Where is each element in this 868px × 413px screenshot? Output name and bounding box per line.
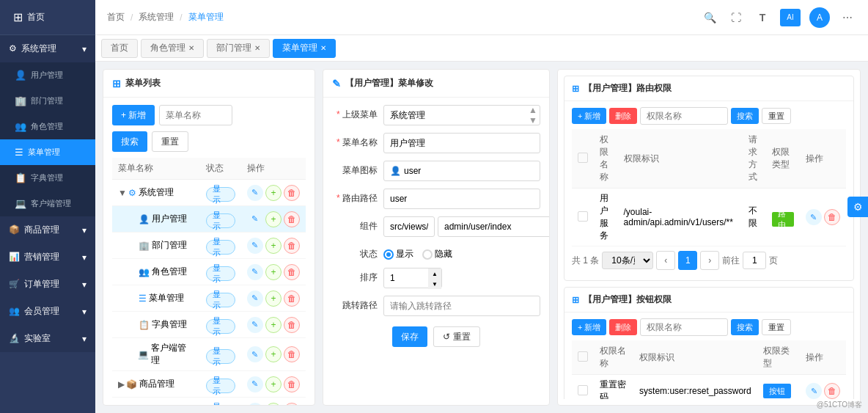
add-child-btn[interactable]: +	[265, 317, 282, 333]
sidebar-group-lab[interactable]: 🔬实验室▾	[0, 325, 95, 352]
add-child-btn[interactable]: +	[265, 403, 282, 406]
route-edit-btn[interactable]: ✎	[806, 209, 822, 225]
route-page-size[interactable]: 10条/页	[602, 252, 653, 269]
menu-reset-button[interactable]: 重置	[152, 131, 188, 152]
delete-btn[interactable]: 🗑	[284, 264, 300, 280]
tree-toggle-product[interactable]: ▶	[118, 379, 125, 390]
sidebar-group-marketing[interactable]: 📊营销管理▾	[0, 244, 95, 271]
add-child-btn[interactable]: +	[265, 185, 282, 201]
tab-role-close[interactable]: ✕	[188, 44, 194, 52]
menu-name-input[interactable]	[383, 133, 540, 153]
route-add-button[interactable]: + 新增	[572, 108, 606, 124]
route-goto-input[interactable]	[743, 252, 766, 269]
route-page-1[interactable]: 1	[678, 251, 697, 270]
route-path-input[interactable]	[383, 189, 540, 209]
sidebar-item-user[interactable]: 👤用户管理	[0, 62, 95, 88]
btn-add-button[interactable]: + 新增	[572, 319, 606, 335]
status-show-radio[interactable]: 显示	[383, 248, 413, 260]
btn-delete-btn[interactable]: 🗑	[824, 383, 840, 399]
btn-search-input[interactable]	[640, 318, 728, 336]
breadcrumb-home[interactable]: 首页	[107, 11, 125, 23]
route-name: 用户服务	[594, 189, 618, 246]
menu-search-button[interactable]: 搜索	[112, 131, 147, 152]
sidebar-item-dept[interactable]: 🏢部门管理	[0, 88, 95, 114]
add-child-btn[interactable]: +	[265, 211, 282, 227]
component-path[interactable]	[438, 216, 549, 237]
permission-panel: ⊞ 【用户管理】路由权限 + 新增 删除 搜索 重置	[557, 69, 861, 406]
text-icon[interactable]: T	[754, 9, 771, 26]
tree-toggle-system[interactable]: ▼	[118, 188, 127, 198]
btn-search-button[interactable]: 搜索	[731, 319, 759, 335]
button-permission-toolbar: + 新增 删除 搜索 重置	[572, 318, 846, 336]
edit-btn[interactable]: ✎	[247, 317, 263, 333]
ai-icon[interactable]: AI	[780, 9, 801, 26]
form-reset-button[interactable]: ↺ 重置	[433, 326, 480, 347]
route-search-button[interactable]: 搜索	[731, 108, 759, 124]
route-search-input[interactable]	[640, 107, 728, 125]
sidebar-group-member[interactable]: 👥会员管理▾	[0, 298, 95, 325]
delete-btn[interactable]: 🗑	[284, 290, 300, 307]
sort-down-btn[interactable]: ▼	[428, 279, 441, 289]
sidebar-item-client[interactable]: 💻客户端管理	[0, 191, 95, 216]
btn-edit-btn[interactable]: ✎	[806, 383, 822, 399]
avatar[interactable]: A	[809, 7, 830, 28]
add-child-btn[interactable]: +	[265, 290, 282, 307]
tab-menu[interactable]: 菜单管理 ✕	[273, 39, 336, 58]
edit-btn[interactable]: ✎	[247, 290, 263, 307]
sidebar-group-system-header[interactable]: ⚙系统管理 ▾	[0, 35, 95, 62]
tab-menu-close[interactable]: ✕	[320, 44, 326, 52]
delete-btn[interactable]: 🗑	[284, 238, 300, 254]
parent-menu-select[interactable]: 系统管理	[383, 105, 540, 125]
sidebar-item-dict[interactable]: 📋字典管理	[0, 165, 95, 191]
btn-type-badge: 按钮	[763, 384, 791, 398]
sidebar-item-menu[interactable]: ☰菜单管理	[0, 139, 95, 165]
btn-row-checkbox[interactable]	[578, 385, 588, 395]
add-child-btn[interactable]: +	[265, 238, 282, 254]
menu-search-input[interactable]	[159, 105, 232, 125]
edit-btn[interactable]: ✎	[247, 185, 263, 201]
delete-btn[interactable]: 🗑	[284, 403, 300, 406]
status-hide-radio[interactable]: 隐藏	[422, 248, 452, 260]
expand-icon[interactable]: ⛶	[727, 9, 745, 26]
delete-btn[interactable]: 🗑	[284, 376, 300, 392]
delete-btn[interactable]: 🗑	[284, 317, 300, 333]
save-button[interactable]: 保存	[392, 326, 427, 347]
component-prefix[interactable]	[383, 216, 435, 237]
route-delete-btn[interactable]: 🗑	[824, 209, 840, 225]
delete-btn[interactable]: 🗑	[284, 211, 300, 227]
tab-dept-close[interactable]: ✕	[254, 44, 260, 52]
add-child-btn[interactable]: +	[265, 264, 282, 280]
route-next-btn[interactable]: ›	[700, 251, 719, 270]
sidebar-item-role[interactable]: 👥角色管理	[0, 114, 95, 139]
tab-home[interactable]: 首页	[101, 39, 138, 58]
edit-btn[interactable]: ✎	[247, 376, 263, 392]
btn-reset-button[interactable]: 重置	[762, 319, 791, 335]
tab-dept[interactable]: 部门管理 ✕	[207, 39, 270, 58]
edit-btn[interactable]: ✎	[247, 346, 263, 362]
sidebar-group-product[interactable]: 📦商品管理▾	[0, 216, 95, 244]
route-row-checkbox[interactable]	[578, 211, 588, 222]
route-prev-btn[interactable]: ‹	[656, 251, 675, 270]
add-child-btn[interactable]: +	[265, 376, 282, 392]
add-child-btn[interactable]: +	[265, 346, 282, 362]
sidebar-group-order[interactable]: 🛒订单管理▾	[0, 271, 95, 298]
settings-fab[interactable]: ⚙	[847, 197, 868, 217]
btn-delete-button[interactable]: 删除	[609, 319, 637, 335]
search-icon[interactable]: 🔍	[701, 9, 718, 26]
route-delete-button[interactable]: 删除	[609, 108, 637, 124]
edit-btn[interactable]: ✎	[247, 403, 263, 406]
sort-up-btn[interactable]: ▲	[428, 268, 441, 279]
redirect-input[interactable]	[383, 296, 540, 316]
edit-btn[interactable]: ✎	[247, 238, 263, 254]
more-icon[interactable]: ⋯	[839, 9, 856, 26]
route-select-all[interactable]	[578, 153, 588, 163]
delete-btn[interactable]: 🗑	[284, 185, 300, 201]
delete-btn[interactable]: 🗑	[284, 346, 300, 362]
route-reset-button[interactable]: 重置	[762, 108, 791, 124]
edit-btn[interactable]: ✎	[247, 211, 263, 227]
btn-select-all[interactable]	[578, 351, 588, 362]
menu-add-button[interactable]: + 新增	[112, 105, 155, 125]
breadcrumb-system[interactable]: 系统管理	[139, 11, 174, 23]
edit-btn[interactable]: ✎	[247, 264, 263, 280]
tab-role[interactable]: 角色管理 ✕	[141, 39, 204, 58]
